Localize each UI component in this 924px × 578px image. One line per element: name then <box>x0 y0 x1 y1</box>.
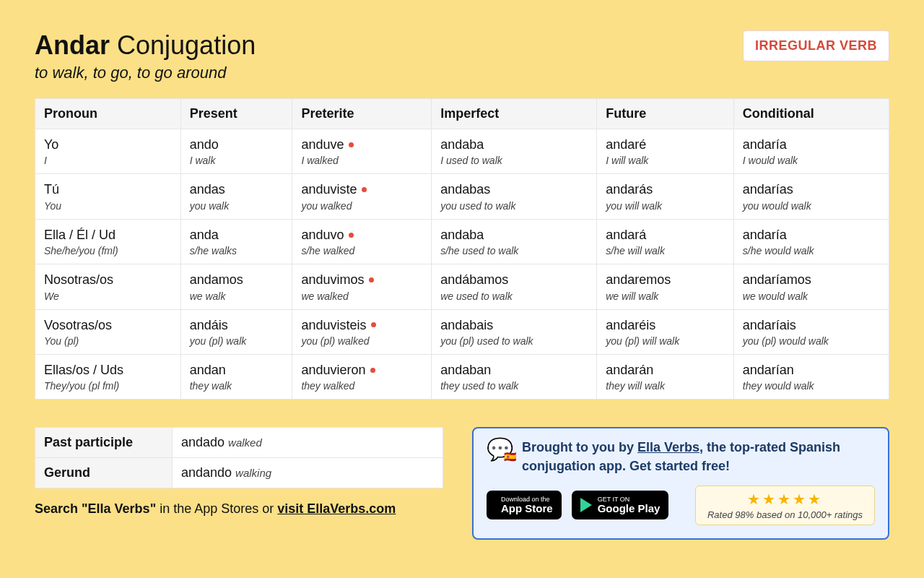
table-row: Nosotras/osWeandamoswe walkanduvimos we … <box>35 264 889 309</box>
table-row: Ellas/os / UdsThey/you (pl fml)andanthey… <box>35 354 889 399</box>
stars-icon: ★★★★★ <box>707 491 863 508</box>
imperfect-cell: andabas/he used to walk <box>432 219 597 264</box>
subtitle: to walk, to go, to go around <box>35 64 256 82</box>
rating-box: ★★★★★ Rated 98% based on 10,000+ ratings <box>695 486 875 525</box>
ella-verbs-link[interactable]: Ella Verbs <box>637 440 699 454</box>
column-header: Conditional <box>733 99 889 129</box>
conditional-cell: andaríanthey would walk <box>733 354 889 399</box>
pronoun-cell: Vosotras/osYou (pl) <box>35 309 181 354</box>
conditional-cell: andarías/he would walk <box>733 219 889 264</box>
verb-name: Andar <box>35 30 110 60</box>
promo-text: Brought to you by Ella Verbs, the top-ra… <box>522 439 875 475</box>
promo-icon: 💬🇪🇸 <box>487 439 513 460</box>
play-icon <box>580 498 592 512</box>
pronoun-cell: TúYou <box>35 174 181 219</box>
participle-table: Past participle andado walked Gerund and… <box>35 427 443 488</box>
irregular-dot-icon <box>349 142 354 147</box>
preterite-cell: anduvisteis you (pl) walked <box>292 309 432 354</box>
present-cell: andoI walk <box>180 129 292 174</box>
present-cell: andáisyou (pl) walk <box>180 309 292 354</box>
title-rest: Conjugation <box>117 30 256 60</box>
gerund-label: Gerund <box>35 458 173 488</box>
imperfect-cell: andabasyou used to walk <box>432 174 597 219</box>
app-store-button[interactable]: Download on the App Store <box>487 491 562 519</box>
search-prompt: Search "Ella Verbs" in the App Stores or… <box>35 501 443 517</box>
conditional-cell: andaríasyou would walk <box>733 174 889 219</box>
irregular-dot-icon <box>371 322 376 327</box>
irregular-badge: IRREGULAR VERB <box>743 30 889 61</box>
pronoun-cell: YoI <box>35 129 181 174</box>
imperfect-cell: andabaisyou (pl) used to walk <box>432 309 597 354</box>
irregular-dot-icon <box>349 233 354 238</box>
imperfect-cell: andabaI used to walk <box>432 129 597 174</box>
preterite-cell: anduve I walked <box>292 129 432 174</box>
future-cell: andarás/he will walk <box>597 219 734 264</box>
present-cell: andamoswe walk <box>180 264 292 309</box>
preterite-cell: anduvieron they walked <box>292 354 432 399</box>
irregular-dot-icon <box>369 277 374 282</box>
irregular-dot-icon <box>370 368 375 373</box>
column-header: Imperfect <box>432 99 597 129</box>
gerund-value: andando walking <box>173 458 443 488</box>
conditional-cell: andaríamoswe would walk <box>733 264 889 309</box>
conditional-cell: andaríaI would walk <box>733 129 889 174</box>
future-cell: andaréisyou (pl) will walk <box>597 309 734 354</box>
column-header: Preterite <box>292 99 432 129</box>
imperfect-cell: andábamoswe used to walk <box>432 264 597 309</box>
present-cell: andasyou walk <box>180 174 292 219</box>
present-cell: andanthey walk <box>180 354 292 399</box>
past-participle-value: andado walked <box>173 428 443 458</box>
past-participle-label: Past participle <box>35 428 173 458</box>
google-play-button[interactable]: GET IT ON Google Play <box>572 491 669 519</box>
preterite-cell: anduviste you walked <box>292 174 432 219</box>
table-row: TúYouandasyou walkanduviste you walkedan… <box>35 174 889 219</box>
conditional-cell: andaríaisyou (pl) would walk <box>733 309 889 354</box>
column-header: Future <box>597 99 734 129</box>
pronoun-cell: Ellas/os / UdsThey/you (pl fml) <box>35 354 181 399</box>
future-cell: andaréI will walk <box>597 129 734 174</box>
pronoun-cell: Nosotras/osWe <box>35 264 181 309</box>
table-row: Ella / Él / UdShe/he/you (fml)andas/he w… <box>35 219 889 264</box>
future-cell: andaránthey will walk <box>597 354 734 399</box>
visit-link[interactable]: visit EllaVerbs.com <box>277 501 396 516</box>
page-title: Andar Conjugation <box>35 30 256 61</box>
present-cell: andas/he walks <box>180 219 292 264</box>
irregular-dot-icon <box>362 187 367 192</box>
preterite-cell: anduvimos we walked <box>292 264 432 309</box>
future-cell: andaremoswe will walk <box>597 264 734 309</box>
column-header: Pronoun <box>35 99 181 129</box>
column-header: Present <box>180 99 292 129</box>
imperfect-cell: andabanthey used to walk <box>432 354 597 399</box>
table-row: YoIandoI walkanduve I walkedandabaI used… <box>35 129 889 174</box>
future-cell: andarásyou will walk <box>597 174 734 219</box>
promo-box: 💬🇪🇸 Brought to you by Ella Verbs, the to… <box>472 427 889 539</box>
conjugation-table: PronounPresentPreteriteImperfectFutureCo… <box>35 98 889 400</box>
pronoun-cell: Ella / Él / UdShe/he/you (fml) <box>35 219 181 264</box>
table-row: Vosotras/osYou (pl)andáisyou (pl) walkan… <box>35 309 889 354</box>
preterite-cell: anduvo s/he walked <box>292 219 432 264</box>
